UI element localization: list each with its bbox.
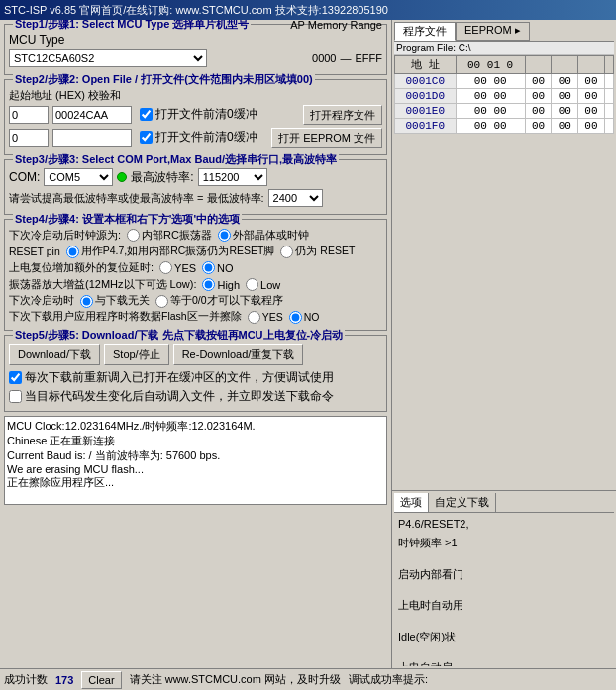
title-bar: STC-ISP v6.85 官网首页/在线订购: www.STCMCU.com …	[0, 0, 616, 20]
right-bottom-area: 选项 自定义下载 P4.6/RESET2, 时钟频率 >1 启动内部看门 上电时…	[392, 490, 616, 668]
step4-title: Step4/步骤4: 设置本框和右下方'选项'中的选项	[13, 212, 242, 227]
erase-flash-label: 下次下载用户应用程序时将数据Flash区一并擦除	[9, 310, 242, 324]
osc-low-radio[interactable]: Low	[246, 278, 280, 291]
step2-group: Step2/步骤2: Open File / 打开文件(文件范围内未用区域填00…	[4, 79, 387, 155]
mem-data-2-1: 00	[525, 104, 552, 119]
success-count: 173	[55, 674, 73, 686]
auto-reload-label: 每次下载前重新调入已打开在缓冲区的文件，方便调试使用	[25, 369, 334, 386]
step3-group: Step3/步骤3: Select COM Port,Max Baud/选择串行…	[4, 159, 387, 215]
mem-data-0-2: 00	[552, 74, 578, 89]
erase-no-radio[interactable]: NO	[289, 311, 320, 324]
addr2-input[interactable]	[9, 129, 49, 147]
memory-table: 地 址 00 01 0 0001C0 00 00 00 00 00	[394, 55, 614, 134]
step1-group: Step1/步骤1: Select MCU Type 选择单片机型号 MCU T…	[4, 24, 387, 75]
notice-text: 请关注 www.STCMCU.com 网站，及时升级	[130, 672, 341, 687]
zero-limit-radio[interactable]: 等于0/0才可以下载程序	[155, 294, 283, 308]
checkbox2-row[interactable]: 打开文件前清0缓冲	[140, 129, 257, 146]
title-text: STC-ISP v6.85 官网首页/在线订购: www.STCMCU.com …	[4, 3, 388, 18]
min-baud-select[interactable]: 2400	[268, 189, 323, 207]
mcu-type-label: MCU Type	[9, 33, 64, 47]
mem-addr-1: 0001D0	[395, 89, 457, 104]
start-addr-label: 起始地址 (HEX) 校验和	[9, 88, 382, 103]
step4-group: Step4/步骤4: 设置本框和右下方'选项'中的选项 下次冷启动后时钟源为: …	[4, 219, 387, 331]
mem-addr-0: 0001C0	[395, 74, 457, 89]
por-yes-radio[interactable]: YES	[159, 261, 196, 274]
checkbox1-row[interactable]: 打开文件前清0缓冲	[140, 106, 257, 123]
clock-external-radio[interactable]: 外部晶体或时钟	[218, 228, 309, 243]
cold-boot-label: 下次冷启动时	[9, 294, 74, 308]
reset-rst-radio[interactable]: 仍为 RESET	[280, 245, 355, 258]
addr1-input[interactable]	[9, 106, 49, 124]
open-prog-file-btn[interactable]: 打开程序文件	[303, 105, 382, 125]
mem-data-1-1: 00	[525, 89, 552, 104]
mem-row-3: 0001F0 00 00 00 00 00	[395, 119, 614, 134]
log-line-1: MCU Clock:12.023164MHz./时钟频率:12.023164M.	[7, 419, 384, 434]
eeprom-tab[interactable]: EEPROM ▸	[456, 22, 530, 41]
options-tab[interactable]: 选项	[394, 493, 429, 512]
ap-range-values: 0000 — EFFF	[312, 52, 382, 64]
redownload-btn[interactable]: Re-Download/重复下载	[173, 344, 304, 365]
mcu-type-select[interactable]: STC12C5A60S2	[9, 49, 207, 67]
mem-data-1-4	[604, 89, 613, 104]
col-header-0: 00 01 0	[456, 56, 525, 74]
clear-btn[interactable]: Clear	[81, 671, 121, 689]
mem-addr-2: 0001E0	[395, 104, 457, 119]
max-baud-select[interactable]: 115200	[198, 168, 267, 186]
log-line-2: Chinese 正在重新连接	[7, 434, 384, 448]
right-top-area: 程序文件 EEPROM ▸ Program File: C:\ 地 址 00 0…	[392, 20, 616, 490]
log-line-5: 正在擦除应用程序区...	[7, 475, 384, 490]
file-tabs: 程序文件 EEPROM ▸	[394, 22, 614, 42]
mem-addr-3: 0001F0	[395, 119, 457, 134]
checkbox1-label: 打开文件前清0缓冲	[155, 106, 257, 123]
mem-data-0-3: 00	[578, 74, 605, 89]
mem-data-1-2: 00	[552, 89, 578, 104]
erase-yes-radio[interactable]: YES	[248, 311, 283, 324]
mem-data-1-0: 00 00	[456, 89, 525, 104]
checkbox1[interactable]	[140, 108, 153, 121]
custom-download-tab[interactable]: 自定义下载	[429, 493, 496, 512]
opt-row-4	[398, 586, 610, 594]
por-delay-label: 上电复位增加额外的复位延时:	[9, 260, 154, 275]
por-no-radio[interactable]: NO	[202, 261, 234, 274]
download-btn[interactable]: Download/下载	[9, 344, 100, 365]
reset-p47-radio[interactable]: 用作P4.7,如用内部RC振荡仍为RESET脚	[66, 245, 275, 258]
left-panel: Step1/步骤1: Select MCU Type 选择单片机型号 MCU T…	[0, 20, 391, 668]
file-path: Program File: C:\	[394, 42, 614, 55]
mem-data-2-2: 00	[552, 104, 578, 119]
max-baud-label: 最高波特率:	[131, 169, 193, 186]
mem-data-2-3: 00	[578, 104, 605, 119]
com-status-indicator	[117, 172, 127, 182]
checkbox2[interactable]	[140, 131, 153, 144]
osc-high-radio[interactable]: High	[202, 278, 240, 291]
prog-file-tab[interactable]: 程序文件	[394, 22, 456, 41]
ap-memory-label: AP Memory Range	[290, 20, 382, 31]
col-header-3	[578, 56, 605, 74]
checksum1-input[interactable]	[52, 106, 132, 124]
clock-internal-radio[interactable]: 内部RC振荡器	[127, 228, 212, 243]
checksum2-input[interactable]	[52, 129, 132, 147]
reset-pin-label: RESET pin	[9, 246, 60, 257]
mem-row-2: 0001E0 00 00 00 00 00	[395, 104, 614, 119]
col-header-4	[604, 56, 613, 74]
clock-src-label: 下次冷启动后时钟源为:	[9, 228, 121, 243]
mem-row-1: 0001D0 00 00 00 00 00	[395, 89, 614, 104]
com-select[interactable]: COM5	[44, 168, 113, 186]
mem-data-2-4	[604, 104, 613, 119]
opt-row-2	[398, 555, 610, 563]
auto-send-checkbox[interactable]: 当目标代码发生变化后自动调入文件，并立即发送下载命令	[9, 388, 382, 405]
mem-data-3-0: 00 00	[456, 119, 525, 134]
log-area[interactable]: MCU Clock:12.023164MHz./时钟频率:12.023164M.…	[4, 416, 387, 505]
status-bar: 成功计数 173 Clear 请关注 www.STCMCU.com 网站，及时升…	[0, 668, 616, 690]
mem-data-0-4	[604, 74, 613, 89]
no-limit-radio[interactable]: 与下载无关	[80, 294, 150, 308]
opt-row-7: Idle(空闲)状	[398, 630, 610, 644]
opt-row-6	[398, 618, 610, 626]
mem-data-1-3: 00	[578, 89, 605, 104]
opt-row-1: 时钟频率 >1	[398, 536, 610, 550]
stop-btn[interactable]: Stop/停止	[104, 344, 169, 365]
open-eeprom-file-btn[interactable]: 打开 EEPROM 文件	[271, 128, 382, 148]
auto-reload-checkbox[interactable]: 每次下载前重新调入已打开在缓冲区的文件，方便调试使用	[9, 369, 382, 386]
step3-title: Step3/步骤3: Select COM Port,Max Baud/选择串行…	[13, 152, 339, 167]
mem-data-3-1: 00	[525, 119, 552, 134]
mem-data-3-4	[604, 119, 613, 134]
